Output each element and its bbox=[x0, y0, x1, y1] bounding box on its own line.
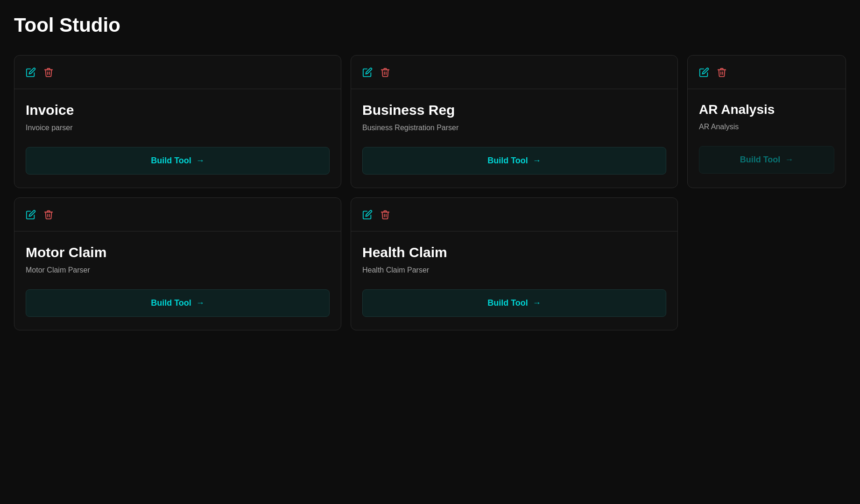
card-ar-analysis-desc: AR Analysis bbox=[699, 123, 834, 131]
arrow-icon: → bbox=[785, 155, 793, 165]
edit-icon[interactable] bbox=[26, 67, 36, 77]
card-ar-analysis: AR Analysis AR Analysis Build Tool → bbox=[687, 55, 846, 188]
delete-icon[interactable] bbox=[380, 67, 390, 77]
arrow-icon: → bbox=[533, 156, 541, 166]
build-tool-button-health-claim[interactable]: Build Tool → bbox=[362, 289, 666, 317]
edit-icon[interactable] bbox=[699, 67, 709, 77]
card-ar-analysis-body: AR Analysis AR Analysis Build Tool → bbox=[688, 89, 846, 188]
card-invoice-header bbox=[14, 56, 341, 89]
card-invoice-body: Invoice Invoice parser Build Tool → bbox=[14, 89, 341, 188]
card-invoice-desc: Invoice parser bbox=[26, 124, 330, 132]
build-tool-label: Build Tool bbox=[487, 156, 528, 166]
card-health-claim: Health Claim Health Claim Parser Build T… bbox=[351, 197, 678, 330]
build-tool-button-motor-claim[interactable]: Build Tool → bbox=[26, 289, 330, 317]
card-business-reg-body: Business Reg Business Registration Parse… bbox=[351, 89, 677, 188]
card-invoice-name: Invoice bbox=[26, 102, 330, 118]
delete-icon[interactable] bbox=[717, 67, 727, 77]
card-business-reg-name: Business Reg bbox=[362, 102, 666, 118]
card-business-reg: Business Reg Business Registration Parse… bbox=[351, 55, 678, 188]
build-tool-button-invoice[interactable]: Build Tool → bbox=[26, 147, 330, 175]
delete-icon[interactable] bbox=[380, 210, 390, 220]
card-business-reg-desc: Business Registration Parser bbox=[362, 124, 666, 132]
delete-icon[interactable] bbox=[43, 210, 54, 220]
edit-icon[interactable] bbox=[362, 67, 373, 77]
build-tool-button-ar-analysis[interactable]: Build Tool → bbox=[699, 146, 834, 174]
card-motor-claim: Motor Claim Motor Claim Parser Build Too… bbox=[14, 197, 341, 330]
card-business-reg-header bbox=[351, 56, 677, 89]
card-motor-claim-name: Motor Claim bbox=[26, 245, 330, 260]
cards-grid: Invoice Invoice parser Build Tool → bbox=[14, 55, 846, 330]
card-health-claim-desc: Health Claim Parser bbox=[362, 266, 666, 274]
card-ar-analysis-header bbox=[688, 56, 846, 89]
build-tool-label: Build Tool bbox=[151, 298, 191, 308]
edit-icon[interactable] bbox=[26, 210, 36, 220]
delete-icon[interactable] bbox=[43, 67, 54, 77]
card-health-claim-name: Health Claim bbox=[362, 245, 666, 260]
page-title: Tool Studio bbox=[14, 14, 846, 36]
card-invoice: Invoice Invoice parser Build Tool → bbox=[14, 55, 341, 188]
card-motor-claim-desc: Motor Claim Parser bbox=[26, 266, 330, 274]
build-tool-button-business-reg[interactable]: Build Tool → bbox=[362, 147, 666, 175]
arrow-icon: → bbox=[196, 298, 204, 308]
card-health-claim-body: Health Claim Health Claim Parser Build T… bbox=[351, 231, 677, 330]
build-tool-label: Build Tool bbox=[740, 155, 781, 165]
card-motor-claim-header bbox=[14, 198, 341, 231]
card-motor-claim-body: Motor Claim Motor Claim Parser Build Too… bbox=[14, 231, 341, 330]
arrow-icon: → bbox=[533, 298, 541, 308]
build-tool-label: Build Tool bbox=[487, 298, 528, 308]
arrow-icon: → bbox=[196, 156, 204, 166]
card-ar-analysis-name: AR Analysis bbox=[699, 102, 834, 117]
edit-icon[interactable] bbox=[362, 210, 373, 220]
build-tool-label: Build Tool bbox=[151, 156, 191, 166]
card-health-claim-header bbox=[351, 198, 677, 231]
